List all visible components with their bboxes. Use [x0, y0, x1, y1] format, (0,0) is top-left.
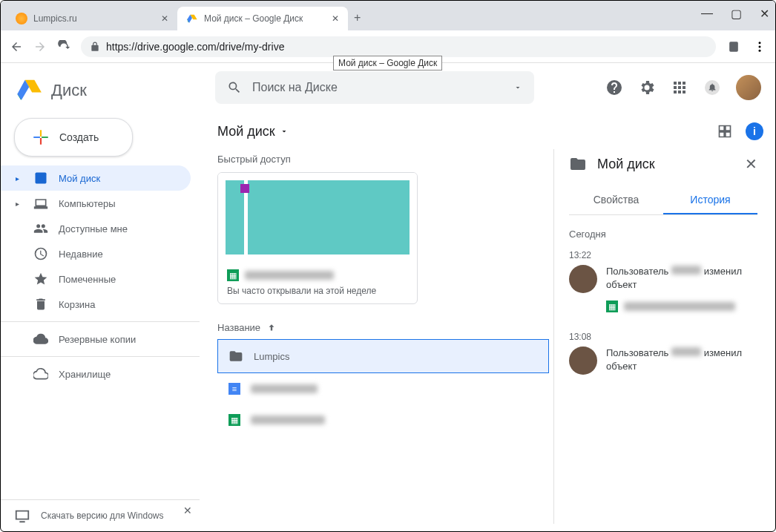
back-button[interactable] [10, 40, 23, 53]
close-window-button[interactable]: ✕ [760, 7, 769, 21]
nav-label: Мой диск [59, 173, 100, 184]
svg-point-2 [759, 45, 761, 47]
lock-icon [90, 42, 100, 52]
file-thumbnail [218, 173, 417, 262]
reload-button[interactable] [57, 40, 70, 53]
info-button[interactable]: i [746, 122, 763, 140]
browser-tab[interactable]: Lumpics.ru ✕ [7, 7, 177, 30]
quick-access-title: Быстрый доступ [217, 154, 549, 165]
sheets-icon: ▦ [606, 301, 618, 312]
url-text: https://drive.google.com/drive/my-drive [106, 41, 284, 53]
download-text: Скачать версию для Windows [41, 510, 163, 521]
history-event: Пользователь изменил объект [569, 265, 757, 293]
quick-access-card[interactable]: ▦ Вы часто открывали на этой неделе [217, 172, 418, 304]
maximize-button[interactable]: ▢ [731, 7, 742, 21]
svg-rect-0 [729, 42, 738, 51]
breadcrumb-dropdown[interactable]: Мой диск [217, 124, 289, 139]
favicon-drive [186, 13, 198, 24]
breadcrumb-label: Мой диск [217, 124, 275, 139]
file-list-column: Быстрый доступ ▦ Вы часто открывали на э… [217, 149, 554, 524]
nav-label: Хранилище [59, 369, 111, 380]
drive-logo-icon [16, 76, 44, 105]
svg-point-1 [759, 42, 761, 44]
chrome-menu-button[interactable] [753, 40, 766, 53]
minimize-button[interactable]: — [701, 7, 713, 21]
create-button[interactable]: Создать [14, 118, 133, 157]
close-icon[interactable]: ✕ [161, 13, 168, 24]
sidebar-item-storage[interactable]: ▸ Хранилище [1, 361, 191, 387]
close-icon[interactable]: ✕ [332, 13, 339, 24]
main-content: Мой диск i Быстрый доступ ▦ В [200, 63, 775, 531]
sidebar-item-trash[interactable]: ▸ Корзина [1, 292, 191, 317]
nav-label: Помеченные [59, 274, 116, 285]
tab-properties[interactable]: Свойства [569, 186, 663, 214]
file-name: Lumpics [254, 351, 289, 362]
sidebar: Диск Создать ▸ Мой диск ▸ Компьютеры ▸ Д… [1, 63, 200, 531]
file-row[interactable]: ≡ [217, 373, 549, 404]
user-name-redacted [671, 347, 701, 356]
address-input[interactable]: https://drive.google.com/drive/my-drive [81, 36, 716, 57]
chevron-right-icon[interactable]: ▸ [16, 200, 23, 208]
grid-view-icon[interactable] [717, 124, 732, 139]
quick-access-subtitle: Вы часто открывали на этой неделе [227, 286, 408, 296]
sidebar-item-backups[interactable]: ▸ Резервные копии [1, 326, 191, 352]
new-tab-button[interactable]: + [348, 5, 366, 30]
file-row-folder[interactable]: Lumpics [217, 339, 549, 373]
sort-arrow-up-icon [266, 323, 277, 333]
file-name-redacted [624, 302, 735, 311]
user-avatar [569, 265, 597, 293]
user-name-redacted [671, 266, 701, 275]
plus-icon [31, 128, 50, 147]
file-name-redacted [251, 416, 325, 424]
file-name-redacted [245, 271, 334, 280]
svg-point-3 [759, 49, 761, 51]
list-header-name[interactable]: Название [217, 322, 549, 333]
sheets-icon: ▦ [227, 269, 239, 281]
window-controls: — ▢ ✕ [701, 7, 769, 21]
desktop-icon [14, 508, 30, 524]
sheets-icon: ▦ [228, 414, 240, 426]
folder-icon [228, 349, 243, 364]
sidebar-item-my-drive[interactable]: ▸ Мой диск [1, 165, 191, 191]
extension-icon[interactable] [726, 39, 741, 54]
history-day-label: Сегодня [569, 229, 757, 240]
sidebar-item-starred[interactable]: ▸ Помеченные [1, 266, 191, 292]
forward-button[interactable] [33, 40, 47, 53]
app-name: Диск [51, 81, 87, 100]
browser-tab-strip: Lumpics.ru ✕ Мой диск – Google Диск ✕ + … [1, 1, 775, 30]
chevron-down-icon [280, 127, 289, 136]
chevron-right-icon[interactable]: ▸ [16, 174, 23, 183]
tab-tooltip: Мой диск – Google Диск [333, 56, 442, 70]
docs-icon: ≡ [228, 383, 240, 395]
app-logo[interactable]: Диск [1, 69, 200, 118]
file-row[interactable]: ▦ [217, 404, 549, 436]
breadcrumb-bar: Мой диск i [217, 119, 769, 149]
nav-label: Резервные копии [59, 334, 136, 345]
history-event: Пользователь изменил объект [569, 347, 757, 375]
history-time: 13:22 [569, 250, 757, 260]
browser-address-bar: https://drive.google.com/drive/my-drive … [1, 30, 775, 63]
nav-label: Недавние [59, 249, 103, 260]
user-avatar [569, 347, 597, 375]
history-file-ref[interactable]: ▦ [606, 301, 757, 312]
create-label: Создать [59, 131, 99, 143]
close-icon[interactable]: ✕ [745, 155, 757, 173]
sidebar-item-computers[interactable]: ▸ Компьютеры [1, 191, 191, 216]
file-name-redacted [251, 384, 318, 393]
favicon-lumpics [16, 13, 27, 24]
close-icon[interactable]: ✕ [183, 505, 192, 516]
details-title: Мой диск [597, 157, 734, 172]
nav-label: Корзина [59, 299, 96, 310]
divider [1, 321, 200, 322]
sidebar-item-recent[interactable]: ▸ Недавние [1, 241, 191, 266]
tab-history[interactable]: История [663, 186, 757, 214]
tab-title: Мой диск – Google Диск [204, 13, 303, 24]
browser-tab[interactable]: Мой диск – Google Диск ✕ [177, 7, 348, 30]
divider [1, 356, 200, 357]
nav-label: Доступные мне [59, 223, 128, 234]
nav-label: Компьютеры [59, 198, 116, 209]
tab-title: Lumpics.ru [33, 13, 77, 24]
download-banner[interactable]: Скачать версию для Windows ✕ [1, 499, 200, 531]
sidebar-item-shared[interactable]: ▸ Доступные мне [1, 216, 191, 241]
details-tabs: Свойства История [569, 186, 757, 215]
